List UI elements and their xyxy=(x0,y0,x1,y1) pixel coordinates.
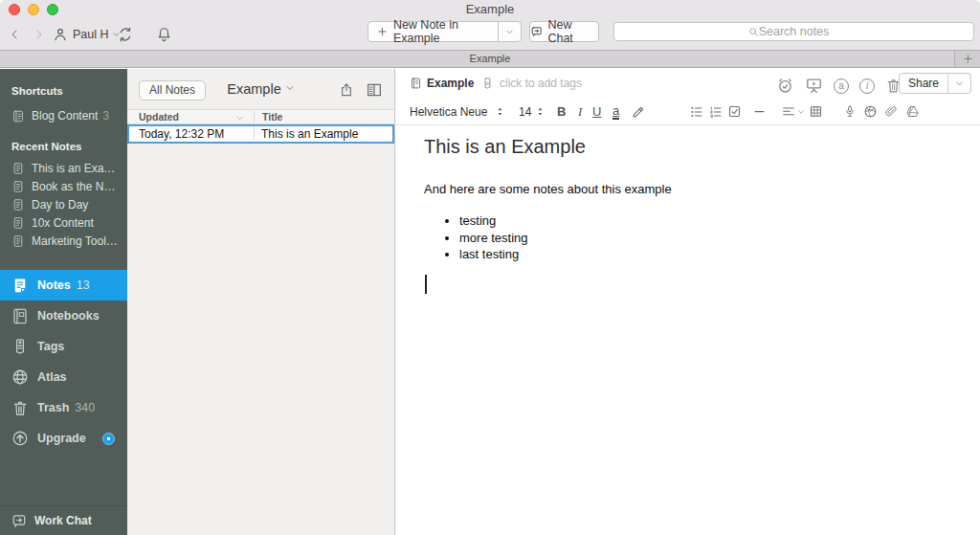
bullet-item[interactable]: last testing xyxy=(459,246,961,263)
plus-icon xyxy=(963,54,973,64)
bullet-item[interactable]: testing xyxy=(459,212,961,230)
sidebar-item-upgrade[interactable]: Upgrade xyxy=(0,423,127,454)
nav-label: Notebooks xyxy=(37,309,100,323)
recent-note-label: This is an Exa… xyxy=(32,162,115,175)
camera-shutter-icon[interactable] xyxy=(863,104,878,119)
recent-note-item[interactable]: Day to Day xyxy=(0,195,127,213)
note-list-row-selected[interactable]: Today, 12:32 PM This is an Example xyxy=(127,124,394,144)
note-title[interactable]: This is an Example xyxy=(424,136,961,158)
font-family-select[interactable]: Helvetica Neue xyxy=(410,105,487,119)
forward-button[interactable] xyxy=(33,24,45,45)
recent-note-label: Day to Day xyxy=(32,198,88,212)
info-icon[interactable]: i xyxy=(859,78,875,94)
nav-label: Notes xyxy=(37,279,71,292)
back-button[interactable] xyxy=(9,24,21,45)
horizontal-rule-icon[interactable] xyxy=(752,104,767,119)
reminder-alarm-icon[interactable] xyxy=(776,77,794,95)
note-paragraph[interactable]: And here are some notes about this examp… xyxy=(424,182,961,196)
search-field[interactable] xyxy=(613,22,974,41)
new-note-label: New Note in Example xyxy=(393,18,498,45)
note-icon xyxy=(11,234,25,248)
minimize-window-button[interactable] xyxy=(28,4,39,15)
highlighter-icon[interactable] xyxy=(631,104,646,120)
bullet-item[interactable]: more testing xyxy=(459,230,961,247)
font-size-select[interactable]: 14 xyxy=(519,105,531,119)
sidebar-item-work-chat[interactable]: Work Chat xyxy=(0,505,127,535)
sort-chevron-icon xyxy=(235,114,244,123)
plus-icon xyxy=(377,26,388,37)
globe-icon xyxy=(11,368,29,386)
bold-button[interactable]: B xyxy=(557,104,566,119)
tab-example[interactable]: Example xyxy=(0,51,980,67)
account-menu[interactable]: Paul H xyxy=(53,23,121,46)
note-list-panel: All Notes Example Updated Title xyxy=(127,69,395,535)
note-list-context-menu[interactable]: Example xyxy=(127,81,394,97)
work-chat-icon xyxy=(11,513,27,529)
zoom-window-button[interactable] xyxy=(47,4,58,15)
recent-note-item[interactable]: This is an Exa… xyxy=(0,159,127,177)
font-color-button[interactable]: a xyxy=(612,104,619,120)
font-family-stepper[interactable] xyxy=(495,104,505,119)
share-note-icon[interactable] xyxy=(339,81,354,99)
sidebar-item-atlas[interactable]: Atlas xyxy=(0,362,127,392)
audio-record-mic-icon[interactable] xyxy=(843,103,857,120)
checkbox-icon[interactable] xyxy=(727,104,742,119)
search-input[interactable] xyxy=(614,23,973,40)
font-size-stepper[interactable] xyxy=(535,104,546,119)
nav-count: 340 xyxy=(75,401,95,414)
app-window: Example Paul H xyxy=(0,0,980,535)
sidebar-item-notes[interactable]: Notes 13 xyxy=(0,270,127,301)
column-title[interactable]: Title xyxy=(254,111,394,123)
table-icon[interactable] xyxy=(809,104,823,119)
align-icon[interactable] xyxy=(781,104,796,120)
recent-note-label: Book as the N… xyxy=(32,180,115,193)
attachment-paperclip-icon[interactable] xyxy=(884,104,899,119)
note-list-column-header: Updated Title xyxy=(127,109,394,124)
recent-note-item[interactable]: Book as the N… xyxy=(0,177,127,195)
note-actions: a i xyxy=(776,77,902,95)
trash-icon xyxy=(11,399,29,417)
tag-icon xyxy=(481,77,494,90)
google-drive-icon[interactable] xyxy=(905,104,920,119)
tags-placeholder: click to add tags xyxy=(500,77,582,90)
sidebar-item-label: Blog Content xyxy=(32,109,98,123)
new-tab-button[interactable] xyxy=(954,51,980,67)
sidebar-nav: Notes 13 Notebooks Tags xyxy=(0,270,127,454)
sidebar-item-notebooks[interactable]: Notebooks xyxy=(0,301,127,331)
recent-note-item[interactable]: 10x Content xyxy=(0,213,127,232)
nav-label: Atlas xyxy=(37,370,67,384)
list-view-toggle-icon[interactable] xyxy=(366,81,383,99)
new-note-dropdown-button[interactable] xyxy=(498,21,522,42)
notifications-bell-icon[interactable] xyxy=(156,25,172,44)
annotate-icon[interactable]: a xyxy=(834,78,849,94)
notebook-selector[interactable]: Example xyxy=(410,77,474,90)
nav-label: Trash xyxy=(37,401,69,414)
note-body[interactable]: This is an Example And here are some not… xyxy=(395,125,980,535)
notebook-icon xyxy=(11,307,29,325)
recent-note-item[interactable]: Marketing Tool… xyxy=(0,232,127,250)
column-updated[interactable]: Updated xyxy=(127,111,254,123)
share-label: Share xyxy=(900,77,947,90)
note-bullet-list[interactable]: testing more testing last testing xyxy=(424,212,961,263)
sidebar-item-trash[interactable]: Trash 340 xyxy=(0,392,127,423)
sidebar-item-tags[interactable]: Tags xyxy=(0,331,127,362)
sync-icon[interactable] xyxy=(117,26,134,43)
bullet-list-icon[interactable] xyxy=(689,104,704,120)
align-chevron-icon[interactable] xyxy=(797,108,805,116)
note-header: Example click to add tags a i xyxy=(395,69,980,98)
underline-button[interactable]: U xyxy=(592,104,601,119)
new-chat-button[interactable]: New Chat xyxy=(529,21,599,42)
notebook-name: Example xyxy=(427,77,474,90)
close-window-button[interactable] xyxy=(9,4,20,15)
add-tags-field[interactable]: click to add tags xyxy=(481,77,582,90)
new-note-button[interactable]: New Note in Example xyxy=(368,21,499,42)
italic-button[interactable]: I xyxy=(578,104,582,120)
tab-bar: Example xyxy=(0,51,980,68)
share-button[interactable]: Share xyxy=(899,73,971,94)
sidebar-item-blog-content[interactable]: Blog Content 3 xyxy=(0,107,127,124)
tag-icon xyxy=(11,338,29,355)
chat-bubble-icon xyxy=(530,25,543,38)
present-icon[interactable] xyxy=(805,77,823,95)
numbered-list-icon[interactable] xyxy=(708,104,724,120)
note-icon xyxy=(11,216,25,230)
